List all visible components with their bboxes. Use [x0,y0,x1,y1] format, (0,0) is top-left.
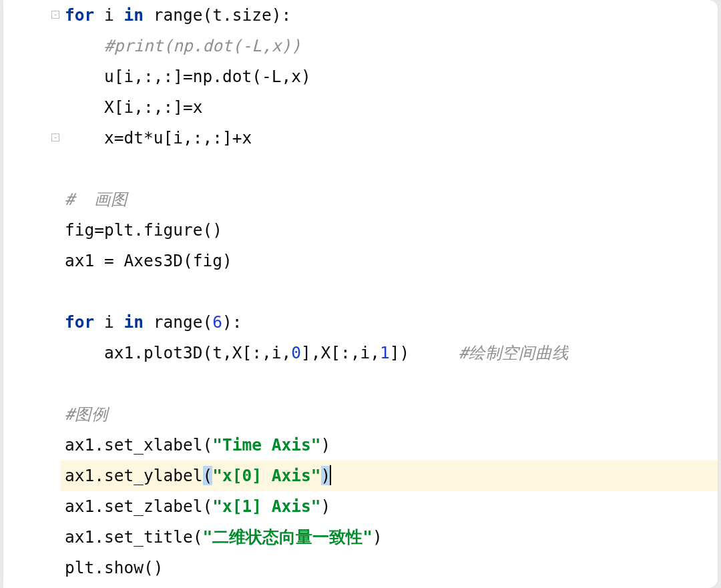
fold-strip [50,0,61,588]
token: ax1.set_xlabel( [65,435,212,455]
code-line[interactable]: ax1.plot3D(t,X[:,i,0],X[:,i,1]) #绘制空间曲线 [61,338,718,368]
token: ]) [390,343,410,362]
code-line[interactable]: #print(np.dot(-L,x)) [61,31,718,61]
token-comment: #图例 [65,404,108,424]
token: ax1.set_ylabel [65,466,203,485]
code-line[interactable]: plt.show() [61,553,718,583]
token: ) [321,466,331,485]
code-line[interactable]: ax1.set_title("二维状态向量一致性") [61,522,718,553]
token-num: 0 [291,343,301,362]
token-str: "x[0] Axis" [212,466,320,485]
token-comment: #绘制空间曲线 [459,343,569,362]
code-line[interactable] [61,154,718,184]
code-line[interactable]: X[i,:,:]=x [61,92,718,123]
fold-toggle-icon[interactable]: - [51,11,59,19]
code-line[interactable]: for i in range(6): [61,307,718,338]
code-line[interactable]: fig=plt.figure() [61,215,718,246]
token [409,343,459,362]
token: ax1.set_title( [65,527,203,547]
code-line[interactable]: ax1.set_ylabel("x[0] Axis") [61,461,718,491]
text-caret [330,465,331,485]
token: plt.show() [65,558,164,577]
token-kw: in [124,312,154,332]
token: fig=plt.figure() [65,220,222,240]
token: ax1.plot3D(t,X[:,i, [104,343,291,362]
token-str: "Time Axis" [212,435,320,455]
token-kw: for [65,312,104,332]
token: ax1 = Axes3D(fig) [65,251,232,270]
token-str: "二维状态向量一致性" [203,527,373,547]
fold-toggle-icon[interactable]: - [51,133,59,141]
code-line[interactable]: u[i,:,:]=np.dot(-L,x) [61,61,718,92]
code-line[interactable]: for i in range(t.size): [61,0,718,31]
code-area[interactable]: for i in range(t.size): #print(np.dot(-L… [61,0,718,588]
token: ax1.set_zlabel( [65,497,212,516]
code-line[interactable]: #图例 [61,399,718,430]
token-call: range(t.size): [154,5,292,25]
token-kw: in [124,5,154,25]
code-line[interactable]: ax1 = Axes3D(fig) [61,246,718,276]
token: ): [222,312,242,332]
line-number-gutter [3,0,51,588]
token: ) [321,497,331,516]
code-line[interactable] [61,276,718,307]
token-str: "x[1] Axis" [212,497,320,516]
code-editor[interactable]: for i in range(t.size): #print(np.dot(-L… [3,0,718,588]
code-line[interactable]: ax1.set_xlabel("Time Axis") [61,430,718,461]
code-line[interactable]: ax1.set_zlabel("x[1] Axis") [61,491,718,522]
token: X[i,:,:]=x [104,97,203,117]
token: ) [373,527,383,547]
code-line[interactable]: x=dt*u[i,:,:]+x [61,123,718,154]
token-comment: # 画图 [65,190,128,209]
code-line[interactable] [61,368,718,399]
token: ( [203,466,213,485]
token: ],X[:,i, [301,343,380,362]
token-call: range( [154,312,213,332]
code-line[interactable]: # 画图 [61,184,718,215]
token: i [104,5,124,25]
token-kw: for [65,5,104,25]
token-num: 6 [212,312,222,332]
token-comment: #print(np.dot(-L,x)) [104,36,301,55]
token: x=dt*u[i,:,:]+x [104,128,252,148]
token-num: 1 [380,343,390,362]
token: u[i,:,:]=np.dot(-L,x) [104,67,311,86]
token: i [104,312,124,332]
token: ) [321,435,331,455]
